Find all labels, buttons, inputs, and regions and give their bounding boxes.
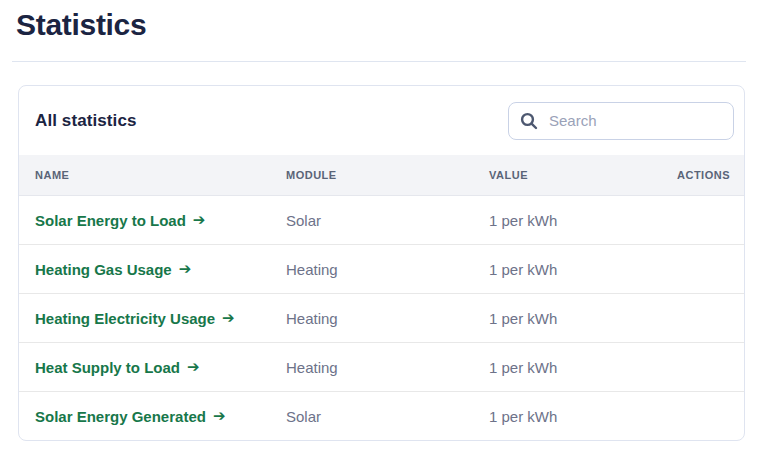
module-cell: Heating [286, 245, 489, 294]
column-header-module: MODULE [286, 155, 489, 196]
table-row: Solar Energy to Load ➔ Solar 1 per kWh [19, 196, 744, 245]
statistics-card: All statistics NAME MODULE VALU [18, 85, 745, 441]
value-cell: 1 per kWh [489, 245, 654, 294]
actions-cell [654, 294, 744, 343]
statistics-page: Statistics All statistics NAME [0, 8, 760, 441]
statistic-link[interactable]: Solar Energy Generated ➔ [35, 407, 225, 425]
statistic-link[interactable]: Heating Gas Usage ➔ [35, 260, 191, 278]
table-row: Heat Supply to Load ➔ Heating 1 per kWh [19, 343, 744, 392]
page-title: Statistics [16, 8, 760, 42]
search-input[interactable] [508, 102, 734, 140]
search-box [508, 102, 734, 140]
statistics-table: NAME MODULE VALUE ACTIONS Solar Energy t… [19, 155, 744, 440]
statistic-link-label: Heat Supply to Load [35, 359, 180, 376]
column-header-actions: ACTIONS [654, 155, 744, 196]
value-cell: 1 per kWh [489, 392, 654, 441]
statistic-link-label: Heating Electricity Usage [35, 310, 215, 327]
arrow-right-icon: ➔ [187, 358, 200, 376]
column-header-value: VALUE [489, 155, 654, 196]
title-divider [12, 61, 746, 62]
module-cell: Solar [286, 392, 489, 441]
table-header-row: NAME MODULE VALUE ACTIONS [19, 155, 744, 196]
value-cell: 1 per kWh [489, 196, 654, 245]
table-row: Heating Electricity Usage ➔ Heating 1 pe… [19, 294, 744, 343]
value-cell: 1 per kWh [489, 294, 654, 343]
arrow-right-icon: ➔ [179, 260, 192, 278]
table-body: Solar Energy to Load ➔ Solar 1 per kWh H… [19, 196, 744, 441]
actions-cell [654, 343, 744, 392]
statistic-link[interactable]: Solar Energy to Load ➔ [35, 211, 205, 229]
table-row: Heating Gas Usage ➔ Heating 1 per kWh [19, 245, 744, 294]
statistic-link-label: Solar Energy to Load [35, 212, 186, 229]
arrow-right-icon: ➔ [222, 309, 235, 327]
module-cell: Heating [286, 343, 489, 392]
card-title: All statistics [35, 111, 137, 131]
module-cell: Heating [286, 294, 489, 343]
actions-cell [654, 392, 744, 441]
value-cell: 1 per kWh [489, 343, 654, 392]
arrow-right-icon: ➔ [213, 407, 226, 425]
table-row: Solar Energy Generated ➔ Solar 1 per kWh [19, 392, 744, 441]
statistic-link-label: Heating Gas Usage [35, 261, 172, 278]
arrow-right-icon: ➔ [193, 211, 206, 229]
actions-cell [654, 196, 744, 245]
card-header: All statistics [19, 86, 744, 155]
statistic-link[interactable]: Heat Supply to Load ➔ [35, 358, 200, 376]
column-header-name: NAME [19, 155, 286, 196]
statistic-link[interactable]: Heating Electricity Usage ➔ [35, 309, 235, 327]
actions-cell [654, 245, 744, 294]
module-cell: Solar [286, 196, 489, 245]
statistic-link-label: Solar Energy Generated [35, 408, 206, 425]
